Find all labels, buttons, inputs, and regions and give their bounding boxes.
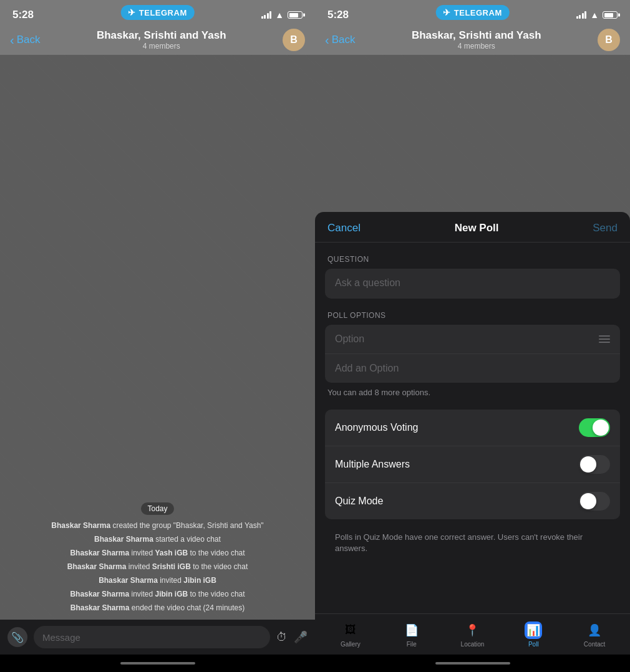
status-time-left: 5:28 bbox=[12, 9, 34, 21]
cancel-button[interactable]: Cancel bbox=[327, 222, 361, 234]
status-bar-right: 5:28 ✈ TELEGRAM ▲ bbox=[315, 0, 630, 27]
anonymous-voting-toggle[interactable] bbox=[579, 418, 610, 437]
wifi-icon-left: ▲ bbox=[275, 10, 284, 20]
sys-msg-4: Bhaskar Sharma invited Jibin iGB bbox=[99, 575, 216, 586]
anonymous-voting-row: Anonymous Voting bbox=[325, 410, 620, 446]
chat-background-left: Today Bhaskar Sharma created the group "… bbox=[0, 55, 315, 620]
question-section-label: QUESTION bbox=[325, 255, 620, 264]
tab-bar: 🖼 Gallery 📄 File 📍 Location 📊 Poll 👤 Con… bbox=[315, 613, 630, 655]
home-indicator-right bbox=[315, 655, 630, 672]
telegram-badge-right: ✈ TELEGRAM bbox=[435, 5, 509, 20]
question-input[interactable]: Ask a question bbox=[325, 269, 620, 299]
sys-msg-0: Bhaskar Sharma created the group "Bhaska… bbox=[51, 520, 263, 531]
battery-icon-left bbox=[288, 11, 303, 19]
multiple-answers-label: Multiple Answers bbox=[335, 459, 410, 470]
attach-icon-left: 📎 bbox=[11, 631, 24, 643]
tab-file[interactable]: 📄 File bbox=[381, 622, 442, 648]
timer-icon-left[interactable]: ⏱ bbox=[276, 631, 288, 644]
tab-gallery[interactable]: 🖼 Gallery bbox=[320, 622, 381, 648]
message-input-left[interactable]: Message bbox=[34, 626, 270, 648]
multiple-answers-row: Multiple Answers bbox=[325, 446, 620, 483]
quiz-mode-label: Quiz Mode bbox=[335, 496, 383, 507]
contact-icon: 👤 bbox=[586, 622, 603, 639]
back-label-right: Back bbox=[332, 34, 356, 46]
file-icon: 📄 bbox=[403, 622, 420, 639]
anonymous-voting-thumb bbox=[593, 420, 609, 436]
nav-center-left: Bhaskar, Srishti and Yash 4 members bbox=[40, 29, 283, 50]
modal-title: New Poll bbox=[455, 222, 499, 234]
right-panel: 5:28 ✈ TELEGRAM ▲ ‹ Back Bhaskar, Srisht… bbox=[315, 0, 630, 672]
quiz-mode-thumb bbox=[580, 493, 596, 509]
signal-icon-right bbox=[576, 11, 587, 19]
back-button-right[interactable]: ‹ Back bbox=[325, 34, 355, 46]
tab-contact[interactable]: 👤 Contact bbox=[564, 622, 625, 648]
back-chevron-right: ‹ bbox=[325, 34, 329, 46]
tab-file-label: File bbox=[407, 641, 417, 648]
quiz-hint: Polls in Quiz Mode have one correct answ… bbox=[325, 527, 620, 562]
multiple-answers-thumb bbox=[580, 456, 596, 473]
battery-icon-right bbox=[603, 11, 618, 19]
tab-poll[interactable]: 📊 Poll bbox=[503, 622, 564, 648]
status-time-right: 5:28 bbox=[327, 9, 349, 21]
sys-msg-3: Bhaskar Sharma invited Srishti iGB to th… bbox=[67, 561, 248, 572]
question-placeholder: Ask a question bbox=[335, 277, 400, 288]
new-poll-sheet: Cancel New Poll Send QUESTION Ask a ques… bbox=[315, 212, 630, 672]
signal-icon-left bbox=[261, 11, 272, 19]
left-panel: 5:28 ✈ TELEGRAM ▲ ‹ Back Bhaskar, Srisht… bbox=[0, 0, 315, 672]
input-icons-left: ⏱ 🎤 bbox=[276, 630, 308, 644]
settings-section: Anonymous Voting Multiple Answers Quiz M… bbox=[325, 410, 620, 519]
sys-msg-2: Bhaskar Sharma invited Yash iGB to the v… bbox=[70, 547, 245, 559]
add-option-row[interactable]: Add an Option bbox=[325, 354, 620, 383]
app-name-left: TELEGRAM bbox=[139, 8, 187, 17]
sys-msg-5: Bhaskar Sharma invited Jibin iGB to the … bbox=[70, 588, 245, 600]
wifi-icon-right: ▲ bbox=[590, 10, 599, 20]
tab-poll-label: Poll bbox=[528, 641, 539, 648]
poll-icon: 📊 bbox=[525, 622, 542, 639]
modal-header: Cancel New Poll Send bbox=[315, 212, 630, 242]
options-hint: You can add 8 more options. bbox=[325, 388, 620, 397]
modal-body: QUESTION Ask a question POLL OPTIONS Opt… bbox=[315, 242, 630, 613]
nav-bar-right: ‹ Back Bhaskar, Srishti and Yash 4 membe… bbox=[315, 27, 630, 55]
back-chevron-left: ‹ bbox=[10, 34, 14, 46]
quiz-mode-row: Quiz Mode bbox=[325, 483, 620, 519]
sys-msg-6: Bhaskar Sharma ended the video chat (24 … bbox=[70, 602, 245, 613]
telegram-badge-left: ✈ TELEGRAM bbox=[120, 5, 194, 20]
back-button-left[interactable]: ‹ Back bbox=[10, 34, 40, 46]
chat-title-right: Bhaskar, Srishti and Yash bbox=[412, 29, 541, 42]
nav-bar-left: ‹ Back Bhaskar, Srishti and Yash 4 membe… bbox=[0, 27, 315, 55]
location-icon: 📍 bbox=[463, 622, 481, 639]
tab-gallery-label: Gallery bbox=[341, 641, 361, 648]
quiz-mode-toggle[interactable] bbox=[579, 492, 610, 511]
tab-contact-label: Contact bbox=[584, 641, 605, 648]
chat-subtitle-right: 4 members bbox=[458, 42, 495, 50]
option-row[interactable]: Option bbox=[325, 325, 620, 354]
status-bar-left: 5:28 ✈ TELEGRAM ▲ bbox=[0, 0, 315, 27]
home-indicator-left bbox=[0, 655, 315, 672]
anonymous-voting-label: Anonymous Voting bbox=[335, 422, 418, 433]
multiple-answers-toggle[interactable] bbox=[579, 455, 610, 474]
mic-icon-left[interactable]: 🎤 bbox=[294, 630, 308, 644]
poll-options-label: POLL OPTIONS bbox=[325, 311, 620, 320]
system-messages: Today Bhaskar Sharma created the group "… bbox=[0, 502, 315, 613]
option-placeholder: Option bbox=[335, 334, 364, 345]
attach-button-left[interactable]: 📎 bbox=[7, 627, 27, 647]
avatar-left[interactable]: B bbox=[283, 29, 305, 51]
send-button[interactable]: Send bbox=[593, 222, 618, 234]
gallery-icon: 🖼 bbox=[342, 622, 359, 639]
nav-center-right: Bhaskar, Srishti and Yash 4 members bbox=[355, 29, 598, 50]
home-bar-left bbox=[120, 662, 195, 665]
sys-msg-1: Bhaskar Sharma started a video chat bbox=[94, 534, 221, 545]
tab-location-label: Location bbox=[461, 641, 485, 648]
avatar-right[interactable]: B bbox=[598, 29, 620, 51]
status-icons-right: ▲ bbox=[576, 10, 618, 20]
input-bar-left: 📎 Message ⏱ 🎤 bbox=[0, 620, 315, 655]
message-placeholder-left: Message bbox=[42, 632, 80, 643]
tab-location[interactable]: 📍 Location bbox=[442, 622, 503, 648]
app-name-right: TELEGRAM bbox=[454, 8, 502, 17]
add-option-text: Add an Option bbox=[335, 363, 399, 374]
chat-title-left: Bhaskar, Srishti and Yash bbox=[97, 29, 226, 42]
date-label: Today bbox=[141, 502, 173, 515]
drag-icon bbox=[599, 335, 610, 343]
back-label-left: Back bbox=[17, 34, 41, 46]
home-bar-right bbox=[435, 662, 510, 665]
